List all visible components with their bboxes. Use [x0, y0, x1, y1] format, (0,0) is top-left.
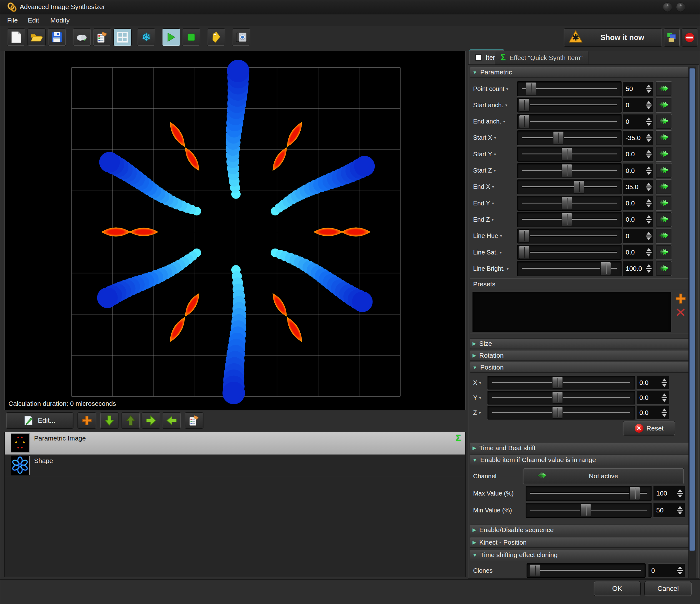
menu-modify[interactable]: Modify	[48, 16, 72, 25]
position-reset-button[interactable]: ✕ Reset	[623, 421, 675, 435]
value-spinner[interactable]	[677, 506, 683, 514]
value-spinner[interactable]	[661, 379, 668, 387]
waveform-modulate-button[interactable]	[656, 98, 672, 113]
spin-up-icon[interactable]	[678, 489, 682, 492]
presets-listbox[interactable]	[473, 292, 671, 332]
parametric-slider[interactable]	[517, 147, 622, 162]
disable-output-button[interactable]	[681, 28, 698, 47]
value-spinner[interactable]	[645, 215, 652, 224]
move-left-button[interactable]	[162, 412, 181, 429]
parametric-value[interactable]: 0.0	[623, 163, 654, 178]
value-spinner[interactable]	[645, 117, 652, 126]
slider-thumb[interactable]	[526, 82, 536, 95]
parametric-label[interactable]: End Y▾	[473, 196, 516, 211]
slider-thumb[interactable]	[553, 131, 564, 144]
parametric-value[interactable]: 0	[623, 114, 654, 129]
cloud-download-button[interactable]	[73, 28, 91, 46]
spin-up-icon[interactable]	[647, 232, 651, 235]
parametric-value[interactable]: -35.0	[623, 130, 654, 145]
spin-up-icon[interactable]	[647, 85, 651, 88]
spin-up-icon[interactable]	[647, 265, 651, 267]
spin-down-icon[interactable]	[678, 495, 682, 498]
parametric-value[interactable]: 0.0	[623, 147, 654, 162]
spin-down-icon[interactable]	[647, 205, 651, 208]
waveform-modulate-button[interactable]	[656, 81, 672, 96]
move-up-button[interactable]	[121, 412, 140, 429]
save-button[interactable]	[48, 28, 66, 46]
slider-thumb[interactable]	[574, 180, 584, 194]
position-slider[interactable]	[488, 391, 635, 405]
slider-thumb[interactable]	[561, 197, 572, 210]
position-label[interactable]: Z▾	[473, 406, 487, 419]
value-spinner[interactable]	[661, 394, 668, 402]
section-time-and-beat-shift[interactable]: ▶ Time and Beat shift	[470, 443, 692, 453]
clones-label[interactable]: Clones	[473, 563, 526, 578]
tag-button[interactable]	[207, 28, 225, 46]
menu-file[interactable]: File	[5, 16, 20, 25]
slider-thumb[interactable]	[561, 164, 572, 177]
add-item-button[interactable]	[77, 412, 96, 429]
value-spinner[interactable]	[645, 183, 652, 191]
parametric-label[interactable]: Start anch.▾	[473, 98, 516, 113]
waveform-modulate-button[interactable]	[656, 196, 672, 211]
slider-thumb[interactable]	[600, 262, 611, 275]
waveform-modulate-button[interactable]	[656, 261, 672, 276]
parametric-value[interactable]: 100.0	[623, 261, 654, 276]
parametric-slider[interactable]	[517, 179, 622, 194]
section-enable-disable-sequence[interactable]: ▶ Enable/Disable sequence	[470, 525, 692, 535]
waveform-modulate-button[interactable]	[656, 212, 672, 227]
waveform-modulate-button[interactable]	[656, 163, 672, 178]
position-value[interactable]: 0.0	[636, 376, 669, 389]
slider-thumb[interactable]	[519, 115, 530, 128]
spin-down-icon[interactable]	[662, 384, 667, 387]
section-rotation[interactable]: ▶ Rotation	[470, 350, 692, 361]
slider-thumb[interactable]	[561, 213, 572, 226]
position-slider[interactable]	[488, 376, 635, 389]
parametric-slider[interactable]	[517, 245, 622, 260]
parametric-label[interactable]: Point count▾	[473, 81, 516, 96]
spin-up-icon[interactable]	[647, 248, 651, 251]
spin-up-icon[interactable]	[662, 379, 667, 381]
spin-up-icon[interactable]	[647, 183, 651, 185]
move-down-button[interactable]	[100, 412, 119, 429]
settings-scrollbar-track[interactable]	[689, 67, 696, 578]
parametric-value[interactable]: 0.0	[623, 196, 654, 211]
parametric-slider[interactable]	[517, 228, 622, 244]
waveform-modulate-button[interactable]	[656, 228, 672, 244]
slider-thumb[interactable]	[552, 407, 563, 419]
parametric-slider[interactable]	[517, 130, 622, 145]
parametric-value[interactable]: 50	[623, 81, 654, 96]
position-label[interactable]: X▾	[473, 376, 487, 389]
parametric-label[interactable]: End anch.▾	[473, 114, 516, 129]
spin-down-icon[interactable]	[678, 572, 682, 575]
slider-thumb[interactable]	[580, 504, 591, 517]
range-value[interactable]: 100	[653, 486, 685, 501]
position-value[interactable]: 0.0	[636, 391, 669, 405]
range-label[interactable]: Min Value (%)	[473, 503, 525, 518]
value-spinner[interactable]	[645, 248, 652, 257]
spin-down-icon[interactable]	[647, 188, 651, 191]
value-spinner[interactable]	[645, 150, 652, 159]
list-item-shape[interactable]: Shape	[5, 455, 465, 477]
spin-down-icon[interactable]	[647, 237, 651, 240]
parametric-slider[interactable]	[517, 81, 622, 96]
parametric-label[interactable]: End X▾	[473, 179, 516, 194]
parametric-slider[interactable]	[517, 196, 622, 211]
delete-preset-button[interactable]	[676, 307, 685, 319]
slider-thumb[interactable]	[530, 564, 540, 577]
parametric-slider[interactable]	[517, 163, 622, 178]
parametric-value[interactable]: 0.0	[623, 212, 654, 227]
parametric-slider[interactable]	[517, 98, 622, 113]
value-spinner[interactable]	[645, 85, 652, 93]
waveform-modulate-button[interactable]	[656, 179, 672, 194]
spin-down-icon[interactable]	[647, 106, 651, 110]
parametric-slider[interactable]	[517, 114, 622, 129]
spin-down-icon[interactable]	[647, 254, 651, 257]
stop-button[interactable]	[182, 28, 200, 46]
spin-up-icon[interactable]	[647, 215, 651, 218]
spin-up-icon[interactable]	[647, 101, 651, 104]
spin-up-icon[interactable]	[647, 117, 651, 120]
move-right-button[interactable]	[142, 412, 160, 429]
parametric-value[interactable]: 0	[623, 98, 654, 113]
parametric-slider[interactable]	[517, 261, 622, 276]
